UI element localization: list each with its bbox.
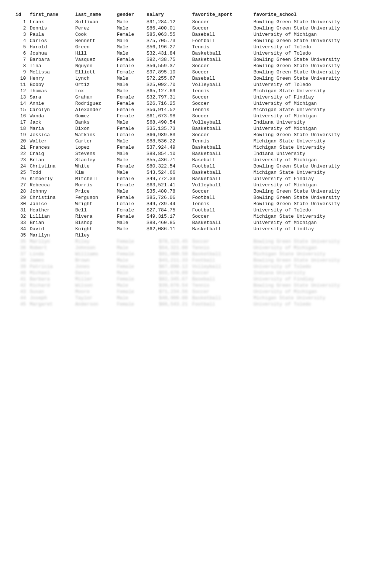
table-cell: $37,924.49	[146, 144, 191, 151]
table-cell: 38	[15, 257, 29, 263]
table-cell: University of Michigan	[253, 289, 377, 295]
col-header-favorite-sport: favorite_sport	[191, 11, 252, 19]
table-cell: 40	[15, 270, 29, 276]
table-cell: Tennis	[191, 138, 252, 144]
table-cell: Male	[116, 138, 146, 144]
table-cell: Michigan State University	[253, 138, 377, 144]
table-cell	[146, 232, 191, 238]
table-cell: Soccer	[191, 69, 252, 75]
table-cell: Richard	[29, 282, 74, 289]
table-cell: White	[75, 163, 116, 169]
table-cell: Female	[116, 207, 146, 213]
table-cell: $78,123.45	[146, 238, 191, 245]
table-cell: Soccer	[191, 100, 252, 107]
table-cell: Female	[116, 213, 146, 220]
table-cell: 10	[15, 75, 29, 82]
table-row: 9MelissaElliottFemale$97,895.10SoccerBow…	[15, 69, 377, 75]
table-row: 43SusanMooreFemale$71,234.56SoccerUniver…	[15, 289, 377, 295]
table-cell: 15	[15, 107, 29, 113]
table-cell: Female	[116, 194, 146, 201]
table-cell: Female	[116, 144, 146, 151]
table-cell: Bowling Green State University	[253, 75, 377, 82]
table-row: 10HenryLynchMale$72,255.67BaseballBowlin…	[15, 75, 377, 82]
table-cell: Annie	[29, 100, 74, 107]
table-cell: $49,772.33	[146, 176, 191, 182]
table-cell: $80,322.54	[146, 163, 191, 169]
table-cell: Female	[116, 251, 146, 257]
table-cell: 36	[15, 245, 29, 251]
table-cell: Michigan State University	[253, 251, 377, 257]
table-cell: Basketball	[191, 56, 252, 63]
table-cell: Brown	[75, 257, 116, 263]
table-cell: 7	[15, 56, 29, 63]
table-cell: $55,436.71	[146, 157, 191, 163]
table-cell: Bowling Green State University	[253, 257, 377, 263]
table-cell: 3	[15, 31, 29, 38]
table-row: 12ThomasFoxMale$65,127.69TennisMichigan …	[15, 88, 377, 94]
table-cell: Male	[116, 19, 146, 25]
table-row: 29ChristinaFergusonFemale$85,726.06Footb…	[15, 194, 377, 201]
table-cell: $91,284.12	[146, 19, 191, 25]
table-cell: Alexander	[75, 107, 116, 113]
table-cell: Joseph	[29, 295, 74, 301]
table-cell: Tennis	[191, 282, 252, 289]
table-row: 38JamesBrownMale$43,211.33FootballBowlin…	[15, 257, 377, 263]
table-cell: Carlos	[29, 38, 74, 44]
table-cell: 23	[15, 157, 29, 163]
table-cell: Female	[116, 182, 146, 188]
table-cell: 31	[15, 207, 29, 213]
table-cell: David	[29, 226, 74, 232]
table-cell: 14	[15, 100, 29, 107]
table-cell: Henry	[29, 75, 74, 82]
table-row: 23BrianStanleyMale$55,436.71BaseballUniv…	[15, 157, 377, 163]
table-cell: Bowling Green State University	[253, 282, 377, 289]
table-cell: 35	[15, 238, 29, 245]
table-cell: Maria	[29, 125, 74, 132]
table-cell: Male	[116, 151, 146, 157]
table-cell: Dixon	[75, 125, 116, 132]
table-cell: 34	[15, 226, 29, 232]
table-cell: Volleyball	[191, 82, 252, 88]
table-cell: Christina	[29, 163, 74, 169]
table-cell: Volleyball	[191, 263, 252, 270]
table-cell: 20	[15, 138, 29, 144]
table-cell: Riley	[75, 232, 116, 238]
table-cell: Tennis	[191, 107, 252, 113]
table-cell: Soccer	[191, 213, 252, 220]
table-cell: Barbara	[29, 276, 74, 282]
table-cell: Basketball	[191, 176, 252, 182]
table-cell: Patricia	[29, 263, 74, 270]
table-cell: Jones	[75, 263, 116, 270]
table-cell: Bishop	[75, 220, 116, 226]
table-header-row: id first_name last_name gender salary fa…	[15, 11, 377, 19]
table-cell: Female	[116, 176, 146, 182]
table-cell: Basketball	[191, 226, 252, 232]
table-row: 28JohnnyPriceMale$35,480.78SoccerBowling…	[15, 188, 377, 194]
table-cell: Riley	[75, 238, 116, 245]
table-cell: $97,895.10	[146, 69, 191, 75]
table-row: 41BarbaraMillerFemale$82,345.67BaseballU…	[15, 276, 377, 282]
table-row: 35MarilynRiley	[15, 232, 377, 238]
table-cell: Basketball	[191, 169, 252, 176]
table-cell: Sullivan	[75, 19, 116, 25]
table-row: 8TinaNguyenFemale$56,559.37SoccerBowling…	[15, 63, 377, 69]
table-cell: Football	[191, 38, 252, 44]
table-cell: Male	[116, 220, 146, 226]
table-cell: Lopez	[75, 144, 116, 151]
table-row: 4CarlosBennettMale$75,705.73FootballBowl…	[15, 38, 377, 44]
table-cell: Tina	[29, 63, 74, 69]
table-row: 37LindaWilliamsFemale$91,000.50Basketbal…	[15, 251, 377, 257]
table-cell: 41	[15, 276, 29, 282]
table-cell: Cook	[75, 31, 116, 38]
table-cell: Wanda	[29, 113, 74, 119]
table-cell: Carolyn	[29, 107, 74, 113]
table-cell: University of Toledo	[253, 82, 377, 88]
table-cell: Williams	[75, 251, 116, 257]
table-cell: 17	[15, 119, 29, 125]
table-cell: Barbara	[29, 56, 74, 63]
table-cell: $61,673.98	[146, 113, 191, 119]
table-cell: James	[29, 257, 74, 263]
table-cell: Christina	[29, 194, 74, 201]
table-cell: Male	[116, 226, 146, 232]
table-cell: $54,321.00	[146, 245, 191, 251]
